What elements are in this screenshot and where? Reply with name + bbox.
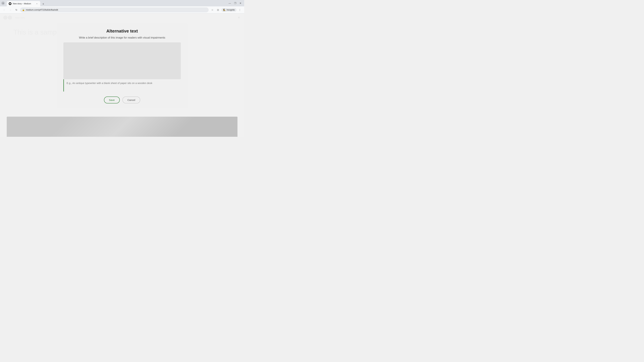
cancel-button[interactable]: Cancel	[122, 96, 140, 103]
window-action-buttons: — ❐ ✕	[228, 1, 243, 5]
url-security-icon: 🔒	[22, 9, 24, 11]
incognito-label: Incognito	[226, 9, 235, 11]
modal-actions: Save Cancel	[57, 95, 188, 108]
tab-close-button[interactable]: ×	[36, 2, 38, 5]
modal-overlay: Alternative text Write a brief descripti…	[0, 13, 244, 137]
url-text: medium.com/p/f7226a5dcfba/edit	[26, 8, 206, 11]
modal-title: Alternative text	[64, 28, 181, 34]
modal-subtitle: Write a brief description of this image …	[64, 36, 181, 40]
window-close-button[interactable]: ✕	[238, 1, 243, 5]
image-preview-area	[64, 42, 181, 79]
url-bar[interactable]: 🔒 medium.com/p/f7226a5dcfba/edit	[20, 7, 209, 12]
modal-header: Alternative text Write a brief descripti…	[57, 23, 188, 42]
maximize-button[interactable]: ❐	[233, 1, 238, 5]
window-controls: ▾	[1, 1, 5, 5]
incognito-icon: 🕵	[223, 9, 226, 11]
page-content: New story ✕ This is a samp... Alternativ…	[0, 13, 244, 137]
tab-bar: New story – Medium × +	[7, 0, 226, 6]
tab-dropdown-button[interactable]: ▾	[1, 1, 5, 5]
bottom-image-strips	[7, 117, 238, 137]
browser-frame: ▾ New story – Medium × + — ❐ ✕ ← → ↻ 🔒 m…	[0, 0, 244, 137]
split-view-button[interactable]: ⊡	[216, 7, 220, 12]
new-tab-button[interactable]: +	[41, 2, 46, 6]
back-button[interactable]: ←	[2, 7, 7, 12]
reload-button[interactable]: ↻	[14, 7, 19, 12]
minimize-button[interactable]: —	[228, 1, 232, 5]
title-bar: ▾ New story – Medium × + — ❐ ✕	[0, 0, 244, 6]
address-bar-actions: ☆ ⊡ 🕵 Incognito ⋮	[210, 7, 242, 12]
alt-text-input-area[interactable]	[64, 79, 181, 91]
bookmark-button[interactable]: ☆	[210, 7, 215, 12]
alt-text-modal: Alternative text Write a brief descripti…	[57, 23, 188, 108]
active-tab[interactable]: New story – Medium ×	[7, 1, 40, 6]
address-bar: ← → ↻ 🔒 medium.com/p/f7226a5dcfba/edit ☆…	[0, 6, 244, 13]
bottom-image-content	[7, 117, 238, 137]
alt-text-input[interactable]	[66, 79, 181, 91]
save-button[interactable]: Save	[104, 96, 120, 103]
forward-button[interactable]: →	[8, 7, 13, 12]
tab-title: New story – Medium	[13, 2, 34, 5]
incognito-button[interactable]: 🕵 Incognito	[221, 8, 236, 12]
more-options-button[interactable]: ⋮	[238, 7, 242, 12]
tab-favicon-icon	[9, 2, 12, 5]
